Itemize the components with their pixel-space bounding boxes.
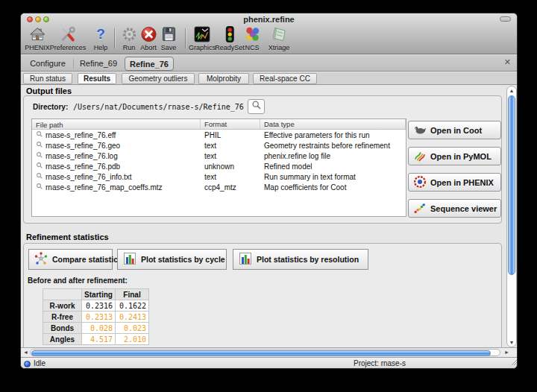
- action-button-label: Sequence viewer: [430, 204, 497, 213]
- subtab-run-status[interactable]: Run status: [23, 73, 72, 84]
- horizontal-scrollbar-thumb[interactable]: [31, 350, 491, 356]
- phenix-logo-icon: [413, 175, 427, 190]
- toolbar-button-preferences[interactable]: Preferences: [50, 25, 87, 51]
- subtab-molprobity[interactable]: Molprobity: [198, 73, 249, 84]
- status-indicator-icon: [24, 361, 31, 367]
- xtriage-icon: [270, 25, 289, 43]
- file-format: unknown: [201, 162, 260, 171]
- stat-starting-value: 0.2316: [82, 300, 116, 312]
- resize-grip[interactable]: [509, 355, 518, 369]
- stat-button-label: Plot statistics by resolution: [257, 255, 359, 264]
- tab-close-icon[interactable]: ✕: [504, 57, 511, 67]
- table-row[interactable]: rnase-s_refine_76_map_coeffs.mtz ccp4_mt…: [32, 182, 406, 192]
- tab-configure[interactable]: Configure: [24, 57, 72, 71]
- scroll-down-arrow-icon[interactable]: ▼: [507, 340, 516, 345]
- file-path: rnase-s_refine_76.eff: [45, 131, 116, 139]
- file-data-type: phenix.refine log file: [260, 152, 406, 160]
- results-panel: Output files Directory: /Users/nat/Docum…: [21, 86, 518, 347]
- browse-directory-button[interactable]: [248, 99, 265, 114]
- horizontal-scrollbar-track[interactable]: [30, 349, 500, 356]
- compare-statistics-button[interactable]: Compare statistics: [28, 249, 113, 270]
- refinement-statistics-groupbox: Compare statistics Plot statistics by cy…: [23, 243, 502, 347]
- toolbar-button-abort[interactable]: Abort: [139, 25, 158, 51]
- toolbar-label: ReadySet: [215, 44, 245, 51]
- vertical-scrollbar[interactable]: ▲ ▼: [506, 86, 517, 347]
- stat-label: Bonds: [43, 323, 82, 334]
- toolbar-button-phenix[interactable]: PHENIX: [25, 25, 50, 51]
- action-button-label: Open in PHENIX: [430, 178, 494, 187]
- stat-label: Angles: [43, 334, 82, 345]
- column-header-data-type: Data type: [260, 119, 406, 129]
- subtab-results[interactable]: Results: [78, 73, 116, 84]
- toolbar-button-xtriage[interactable]: Xtriage: [268, 25, 290, 51]
- toolbar-button-help[interactable]: ? Help: [92, 25, 110, 51]
- scroll-right-arrow-icon[interactable]: ►: [504, 350, 509, 355]
- table-row[interactable]: rnase-s_refine_76.log text phenix.refine…: [32, 151, 406, 161]
- file-path: rnase-s_refine_76.geo: [45, 142, 120, 150]
- open-in-coot-button[interactable]: Open in Coot: [408, 121, 501, 139]
- toolbar-button-ncs[interactable]: NCS: [243, 25, 262, 51]
- scroll-up-arrow-icon[interactable]: ▲: [507, 88, 516, 93]
- app-window: phenix.refine PHENIX: [20, 13, 518, 369]
- toolbar-label: Save: [161, 44, 177, 51]
- sequence-viewer-button[interactable]: Sequence viewer: [408, 199, 501, 218]
- toolbar-toggle-button[interactable]: [500, 16, 511, 22]
- stats-column-final: Final: [116, 289, 149, 300]
- magnifier-icon: [36, 172, 43, 181]
- table-row[interactable]: rnase-s_refine_76_info.txt text Run summ…: [32, 171, 406, 182]
- vertical-scrollbar-thumb[interactable]: [508, 95, 515, 275]
- stat-label: R-work: [43, 300, 82, 312]
- table-row[interactable]: rnase-s_refine_76.geo text Geometry rest…: [32, 140, 406, 151]
- magnifier-icon: [36, 141, 43, 150]
- action-button-label: Open in PyMOL: [430, 152, 492, 161]
- stats-row-angles: Angles 4.517 2.010: [43, 334, 149, 345]
- toolbar-label: NCS: [245, 44, 259, 51]
- directory-label: Directory:: [33, 103, 68, 111]
- stat-final-value: 2.010: [116, 334, 149, 345]
- stat-final-value: 0.2413: [116, 312, 149, 323]
- magnifier-icon: [36, 130, 43, 139]
- toolbar-button-run[interactable]: Run: [120, 25, 139, 51]
- magnifier-icon: [36, 151, 43, 160]
- tab-refine-69[interactable]: Refine_69: [75, 57, 122, 71]
- output-files-table-header: File path Format Data type: [32, 119, 406, 130]
- stat-button-label: Compare statistics: [52, 255, 122, 264]
- file-data-type: Effective parameters for this run: [260, 131, 406, 139]
- file-path: rnase-s_refine_76_info.txt: [45, 173, 132, 181]
- table-row[interactable]: rnase-s_refine_76.pdb unknown Refined mo…: [32, 161, 406, 171]
- action-button-label: Open in Coot: [430, 126, 482, 135]
- tab-separator: [73, 59, 74, 69]
- before-after-subtitle: Before and after refinement:: [28, 276, 128, 285]
- compare-molecule-icon: [34, 251, 48, 268]
- status-text: Idle: [34, 359, 45, 367]
- tab-refine-76[interactable]: Refine_76: [125, 57, 174, 71]
- status-bar: Idle Project: rnase-s: [21, 357, 518, 369]
- column-header-format: Format: [201, 119, 260, 129]
- stat-starting-value: 0.028: [82, 323, 116, 334]
- preferences-tools-icon: [59, 25, 78, 43]
- refinement-stats-table: Starting Final R-work 0.2316 0.1622 R-fr…: [43, 288, 149, 345]
- bar-chart-icon: [122, 251, 137, 268]
- subtab-real-space-cc[interactable]: Real-space CC: [253, 73, 317, 84]
- plot-statistics-by-resolution-button[interactable]: Plot statistics by resolution: [233, 249, 368, 270]
- help-icon: ?: [92, 25, 110, 43]
- coot-bird-icon: [413, 123, 427, 138]
- screen-background: phenix.refine PHENIX: [0, 0, 537, 392]
- horizontal-scrollbar[interactable]: ◄ ►: [21, 347, 518, 357]
- toolbar-button-readyset[interactable]: ReadySet: [215, 25, 245, 51]
- open-in-pymol-button[interactable]: Open in PyMOL: [408, 147, 501, 165]
- toolbar-button-save[interactable]: Save: [160, 25, 178, 51]
- stats-header-row: Starting Final: [43, 289, 149, 300]
- stat-button-label: Plot statistics by cycle: [141, 255, 225, 264]
- bar-chart-icon: [238, 251, 253, 268]
- subtab-geometry-outliers[interactable]: Geometry outliers: [122, 73, 195, 84]
- open-in-phenix-button[interactable]: Open in PHENIX: [408, 173, 501, 192]
- plot-statistics-by-cycle-button[interactable]: Plot statistics by cycle: [117, 249, 227, 270]
- toolbar-button-graphics[interactable]: Graphics: [189, 25, 216, 51]
- refinement-statistics-section-title: Refinement statistics: [26, 233, 109, 241]
- magnifier-icon: [36, 183, 43, 192]
- stats-column-starting: Starting: [82, 289, 116, 300]
- table-row[interactable]: rnase-s_refine_76.eff PHIL Effective par…: [32, 130, 406, 140]
- scroll-left-arrow-icon[interactable]: ◄: [23, 350, 28, 355]
- toolbar-label: Help: [94, 44, 108, 51]
